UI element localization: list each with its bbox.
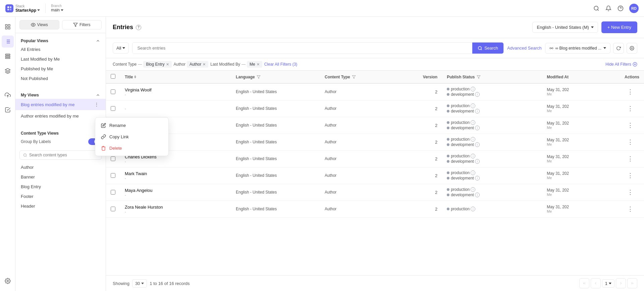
context-menu-delete[interactable]: Delete: [95, 142, 168, 154]
context-menu-copy-link[interactable]: Copy Link: [95, 131, 168, 142]
row-checkbox-6[interactable]: [111, 190, 115, 195]
search-content-types-input[interactable]: [29, 153, 98, 157]
status-info-icon-development[interactable]: i: [475, 109, 480, 114]
content-type-views-header[interactable]: Content Type Views: [15, 130, 106, 137]
clear-all-filters[interactable]: Clear All Filters (3): [264, 62, 298, 67]
sidebar-item-all-entries[interactable]: All Entries: [15, 45, 106, 54]
status-info-icon-development[interactable]: i: [475, 92, 480, 97]
sidebar-item-not-published[interactable]: Not Published: [15, 74, 106, 83]
user-avatar[interactable]: RD: [629, 4, 639, 13]
row-actions-button-5[interactable]: ⋮: [625, 170, 636, 180]
status-info-icon-production[interactable]: i: [471, 137, 475, 142]
refresh-button[interactable]: [613, 43, 624, 54]
search-type-select[interactable]: All: [113, 43, 129, 54]
search-input[interactable]: [132, 43, 472, 54]
help-icon[interactable]: [617, 5, 624, 12]
status-info-icon-production[interactable]: i: [471, 154, 475, 158]
th-publish-status: Publish Status: [442, 71, 542, 83]
sidebar-icon-upload[interactable]: [2, 89, 14, 101]
title-sort-icon[interactable]: [134, 75, 136, 78]
th-checkbox: [106, 71, 120, 83]
app-info: Stack StarterApp: [15, 4, 40, 13]
row-checkbox-4[interactable]: [111, 156, 115, 161]
hide-all-filters[interactable]: Hide All Filters: [605, 62, 637, 67]
sidebar-item-blog-entries[interactable]: Blog entries modified by me ⋮: [15, 99, 106, 110]
app-logo[interactable]: Stack StarterApp: [5, 4, 40, 13]
language-filter-icon[interactable]: [256, 75, 261, 79]
advanced-search-link[interactable]: Advanced Search: [507, 46, 542, 51]
sidebar-icon-layers[interactable]: [2, 65, 14, 77]
new-entry-button[interactable]: + New Entry: [601, 21, 637, 33]
sidebar-item-published[interactable]: Published by Me: [15, 64, 106, 74]
settings-button[interactable]: [627, 43, 637, 54]
page-input[interactable]: 1: [602, 279, 614, 288]
status-info-icon-production[interactable]: i: [471, 187, 475, 192]
row-actions-button-4[interactable]: ⋮: [625, 154, 636, 164]
bell-icon[interactable]: [605, 5, 612, 12]
status-info-icon-development[interactable]: i: [475, 126, 480, 130]
search-ct-icon: [23, 153, 27, 157]
row-actions-button-7[interactable]: ⋮: [625, 204, 636, 214]
branch-chevron-icon: [61, 9, 63, 11]
first-page-button[interactable]: [579, 278, 589, 288]
popular-views-header[interactable]: Popular Views: [15, 37, 106, 45]
remove-me-filter[interactable]: ✕: [257, 62, 260, 67]
status-info-icon-production[interactable]: i: [471, 103, 475, 108]
per-page-select[interactable]: 30: [132, 279, 147, 288]
last-page-button[interactable]: [627, 278, 637, 288]
sidebar-icon-check[interactable]: [2, 104, 14, 116]
row-checkbox-1[interactable]: [111, 106, 115, 111]
search-icon[interactable]: [593, 5, 600, 12]
entries-header: Entries ? English - United States (M) + …: [106, 17, 644, 38]
blog-entries-dots[interactable]: ⋮: [93, 101, 100, 108]
entries-help-icon[interactable]: ?: [136, 25, 141, 30]
language-select[interactable]: English - United States (M): [532, 22, 598, 33]
status-info-icon-development[interactable]: i: [475, 142, 480, 147]
view-select[interactable]: ∞ Blog entries modified ...: [545, 43, 610, 54]
row-actions-button-2[interactable]: ⋮: [625, 120, 636, 130]
search-button[interactable]: Search: [472, 43, 503, 54]
sidebar-icon-structure[interactable]: [2, 50, 14, 62]
sidebar-icon-grid[interactable]: [2, 21, 14, 33]
sidebar-icon-list[interactable]: [2, 35, 14, 48]
status-info-icon-production[interactable]: i: [471, 170, 475, 175]
publish-status-filter-icon[interactable]: [476, 75, 481, 79]
sidebar-item-banner[interactable]: Banner: [15, 172, 106, 182]
sidebar-item-author[interactable]: Author: [15, 162, 106, 172]
svg-rect-17: [5, 54, 10, 55]
row-actions-button-3[interactable]: ⋮: [625, 137, 636, 147]
remove-author-filter[interactable]: ✕: [203, 62, 206, 67]
status-info-icon-production[interactable]: i: [471, 87, 475, 91]
row-checkbox-7[interactable]: [111, 207, 115, 211]
sidebar-item-author-entries[interactable]: Author entries modified by me ⋮: [15, 110, 106, 122]
content-type-filter-icon[interactable]: [352, 75, 356, 79]
next-page-button[interactable]: [616, 278, 626, 288]
row-actions-button-0[interactable]: ⋮: [625, 87, 636, 97]
branch-info[interactable]: Branch main: [51, 4, 63, 12]
status-info-icon-development[interactable]: i: [475, 176, 480, 180]
sidebar-item-last-modified[interactable]: Last Modified by Me: [15, 54, 106, 64]
select-all-checkbox[interactable]: [111, 74, 115, 79]
link-icon: [101, 134, 106, 139]
sidebar-item-footer[interactable]: Footer: [15, 192, 106, 201]
row-checkbox-5[interactable]: [111, 173, 115, 178]
remove-blog-entry-filter[interactable]: ✕: [166, 62, 169, 67]
status-info-icon-production[interactable]: i: [471, 120, 475, 125]
status-info-icon-development[interactable]: i: [475, 193, 480, 197]
sidebar-item-header[interactable]: Header: [15, 201, 106, 211]
row-actions-button-1[interactable]: ⋮: [625, 103, 636, 114]
status-info-icon-production[interactable]: i: [471, 207, 475, 211]
sidebar-item-blog-entry[interactable]: Blog Entry: [15, 182, 106, 192]
row-checkbox-0[interactable]: [111, 89, 115, 94]
prev-page-button[interactable]: [591, 278, 601, 288]
views-button[interactable]: Views: [19, 20, 59, 29]
row-actions-cell-4: ⋮: [620, 150, 644, 167]
sidebar-icon-settings[interactable]: [2, 275, 14, 287]
row-actions-button-6[interactable]: ⋮: [625, 187, 636, 197]
filters-button[interactable]: Filters: [62, 20, 102, 29]
context-menu-rename[interactable]: Rename: [95, 120, 168, 131]
my-views-header[interactable]: My Views: [15, 91, 106, 99]
status-info-icon-development[interactable]: i: [475, 159, 480, 164]
row-content-type-cell-3: Author: [320, 134, 398, 150]
trash-icon: [101, 145, 106, 151]
